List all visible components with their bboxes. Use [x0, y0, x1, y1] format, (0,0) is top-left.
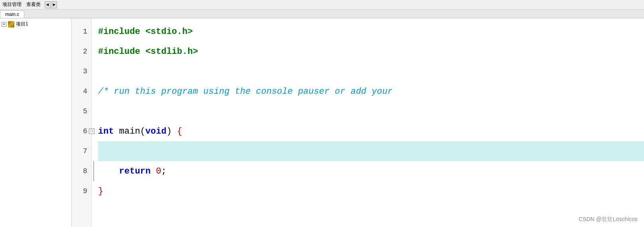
code-line-8: return 0 ; — [98, 161, 644, 181]
code-line-3 — [98, 61, 644, 81]
line6-void: void — [145, 126, 167, 136]
line1-header: <stdio.h> — [145, 27, 193, 37]
project-icon — [8, 21, 14, 28]
line9-brace: } — [98, 186, 103, 196]
line-num-5: 5 — [72, 101, 91, 121]
code-line-9: } — [98, 181, 644, 201]
watermark: CSDN @壮壮Loschicos — [579, 216, 638, 223]
line8-indent — [98, 166, 119, 176]
code-line-6: int main( void ) { — [98, 121, 644, 141]
sidebar-item-label: 项目1 — [16, 21, 28, 28]
line2-header: <stdlib.h> — [145, 47, 198, 57]
line-num-1: 1 — [72, 22, 91, 41]
line8-space — [151, 166, 156, 176]
line-num-9: 9 — [72, 181, 91, 201]
line8-zero: 0 — [156, 166, 161, 176]
line8-return: return — [119, 166, 151, 176]
toolbar-arrows: ◄ ► — [45, 1, 57, 8]
sidebar-item-project1[interactable]: + 项目1 — [0, 20, 71, 28]
line-num-4: 4 — [72, 81, 91, 101]
block-line-8 — [93, 161, 94, 181]
line6-int: int — [98, 126, 114, 136]
code-line-5 — [98, 101, 644, 121]
main-content: + 项目1 1 2 3 4 5 6 □ 7 8 9 — [0, 18, 644, 227]
code-line-2: #include <stdlib.h> — [98, 41, 644, 61]
code-line-4: /* run this program using the console pa… — [98, 81, 644, 101]
line8-semi: ; — [161, 166, 166, 176]
code-line-1: #include <stdio.h> — [98, 22, 644, 41]
line2-space — [140, 47, 145, 57]
tab-bar: main.c — [0, 10, 644, 18]
line6-brace: { — [177, 126, 182, 136]
line-num-2: 2 — [72, 41, 91, 61]
line6-space1: main( — [114, 126, 145, 136]
line-numbers: 1 2 3 4 5 6 □ 7 8 9 — [72, 18, 92, 227]
arrow-right[interactable]: ► — [51, 1, 57, 8]
line4-comment: /* run this program using the console pa… — [98, 87, 393, 97]
line-num-3: 3 — [72, 61, 91, 81]
line2-include: #include — [98, 47, 140, 57]
arrow-left[interactable]: ◄ — [45, 1, 51, 8]
line6-paren: ) — [167, 126, 177, 136]
editor[interactable]: 1 2 3 4 5 6 □ 7 8 9 #include <std — [72, 18, 644, 227]
code-lines[interactable]: #include <stdio.h> #include <stdlib.h> /… — [92, 18, 644, 227]
expand-icon[interactable]: + — [2, 22, 6, 27]
toolbar: 项目管理 查看类 ◄ ► — [0, 0, 644, 10]
code-area: 1 2 3 4 5 6 □ 7 8 9 #include <std — [72, 18, 644, 227]
fold-icon[interactable]: □ — [89, 128, 94, 134]
line-num-6: 6 □ — [72, 121, 91, 141]
toolbar-project-mgmt[interactable]: 项目管理 — [2, 1, 22, 8]
line-num-7: 7 — [72, 141, 91, 161]
tab-main-c[interactable]: main.c — [0, 10, 24, 18]
line1-include: #include — [98, 27, 140, 37]
code-line-7 — [98, 141, 644, 161]
toolbar-view-class[interactable]: 查看类 — [26, 1, 41, 8]
line1-space — [140, 27, 145, 37]
line-num-8: 8 — [72, 161, 91, 181]
sidebar: + 项目1 — [0, 18, 72, 227]
